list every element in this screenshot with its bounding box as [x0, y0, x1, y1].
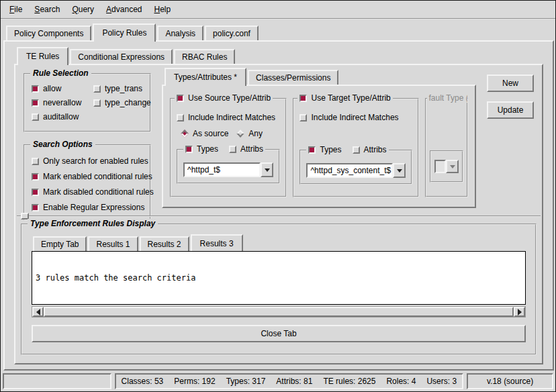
tab-empty[interactable]: Empty Tab	[33, 236, 87, 251]
menu-query[interactable]: Query	[66, 1, 100, 17]
radio-label: Any	[248, 129, 263, 138]
stat-classes: Classes: 53	[122, 377, 164, 386]
scroll-right-button[interactable]	[514, 307, 525, 317]
tab-results-1[interactable]: Results 1	[88, 236, 138, 251]
search-options-list: Only search for enabled rules Mark enabl…	[32, 156, 147, 212]
tab-types-attributes[interactable]: Types/Attributes *	[165, 68, 246, 86]
radio-any[interactable]: Any	[236, 129, 263, 138]
update-button[interactable]: Update	[487, 101, 534, 119]
checkbox-indicator-icon	[32, 173, 39, 181]
radio-indicator-icon	[181, 130, 188, 137]
checkbox-indicator-icon	[299, 114, 307, 121]
chevron-down-icon	[265, 168, 270, 175]
default-type-section: fault Type (Disa	[425, 98, 468, 197]
stat-attribs: Attribs: 81	[276, 377, 312, 386]
source-kind-frame: Types Attribs ^httpd_t$	[177, 149, 280, 184]
radio-label: As source	[193, 129, 228, 138]
stat-te-rules: TE rules: 2625	[323, 377, 375, 386]
checkbox-label: auditallow	[43, 112, 79, 121]
rule-selection-grid: allow type_trans neverallow	[32, 84, 147, 121]
left-column: Rule Selection allow type_trans	[24, 73, 151, 220]
tab-analysis[interactable]: Analysis	[157, 26, 203, 40]
action-buttons: New Update	[487, 75, 534, 128]
checkbox-indicator-icon	[32, 189, 39, 196]
checkbox-use-source-type[interactable]: Use Source Type/Attrib	[175, 93, 273, 103]
stat-perms: Perms: 192	[174, 377, 215, 386]
checkbox-label: Types	[197, 144, 218, 154]
default-type-title: fault Type (Disa	[427, 93, 467, 103]
tab-rbac-rules[interactable]: RBAC Rules	[174, 49, 235, 64]
tab-policy-components[interactable]: Policy Components	[6, 26, 91, 40]
checkbox-neverallow[interactable]: neverallow	[32, 98, 93, 107]
search-options-group: Search Options Only search for enabled r…	[24, 144, 151, 220]
rule-selection-title: Rule Selection	[30, 68, 91, 78]
scroll-left-button[interactable]	[32, 307, 44, 317]
scroll-right-icon	[518, 309, 525, 315]
menu-search[interactable]: Search	[28, 1, 66, 17]
checkbox-type-change[interactable]: type_change	[93, 98, 151, 107]
checkbox-mark-enabled-conditional[interactable]: Mark enabled conditional rules	[32, 172, 147, 181]
tab-results-2[interactable]: Results 2	[140, 236, 189, 251]
tab-policy-rules[interactable]: Policy Rules	[93, 23, 156, 42]
checkbox-target-types[interactable]: Types	[308, 145, 341, 154]
rules-display-title: Type Enforcement Rules Display	[28, 219, 158, 228]
checkbox-auditallow[interactable]: auditallow	[32, 112, 93, 121]
source-type-combobox: ^httpd_t$	[183, 162, 273, 177]
checkbox-indicator-icon	[177, 95, 184, 102]
te-notebook: TE Rules Conditional Expressions RBAC Ru…	[14, 47, 543, 364]
statusbar: Classes: 53 Perms: 192 Types: 317 Attrib…	[3, 373, 553, 389]
scrollbar-thumb[interactable]	[44, 307, 514, 317]
source-type-dropdown-button[interactable]	[261, 162, 273, 177]
radio-indicator-icon	[237, 130, 244, 137]
new-button[interactable]: New	[487, 75, 534, 92]
tab-conditional-expressions[interactable]: Conditional Expressions	[70, 49, 173, 64]
checkbox-label: Attribs	[364, 145, 387, 154]
checkbox-source-indirect[interactable]: Include Indirect Matches	[177, 113, 280, 122]
results-text-area[interactable]: 3 rules match the search criteria (5822)…	[32, 251, 526, 305]
checkbox-label: Include Indirect Matches	[311, 113, 398, 122]
tab-te-rules[interactable]: TE Rules	[17, 47, 68, 65]
target-kind-frame: Types Attribs ^httpd_sys_content_t	[299, 150, 412, 185]
checkbox-only-enabled-rules[interactable]: Only search for enabled rules	[32, 156, 147, 166]
checkbox-indicator-icon	[308, 146, 316, 154]
radio-as-source[interactable]: As source	[181, 129, 228, 138]
checkbox-target-indirect[interactable]: Include Indirect Matches	[299, 113, 412, 122]
checkbox-source-types[interactable]: Types	[185, 144, 218, 154]
status-stats-cell: Classes: 53 Perms: 192 Types: 317 Attrib…	[115, 373, 464, 389]
status-left-cell	[3, 373, 111, 389]
checkbox-allow[interactable]: allow	[32, 84, 93, 93]
tab-results-3[interactable]: Results 3	[191, 234, 243, 252]
source-kind-row: Types Attribs	[183, 144, 265, 154]
checkbox-mark-disabled-conditional[interactable]: Mark disabled conditional rules	[32, 187, 147, 197]
horizontal-scrollbar[interactable]	[32, 306, 526, 317]
source-type-input[interactable]: ^httpd_t$	[183, 162, 261, 177]
menu-advanced[interactable]: Advanced	[100, 1, 148, 17]
target-type-input[interactable]: ^httpd_sys_content_t$	[306, 163, 393, 178]
checkbox-label: Use Target Type/Attrib	[311, 93, 390, 103]
target-type-section: Use Target Type/Attrib Include Indirect …	[293, 98, 419, 197]
menu-file[interactable]: File	[3, 1, 28, 17]
tab-classes-permissions[interactable]: Classes/Permissions	[248, 70, 338, 85]
tab-policy-conf[interactable]: policy.conf	[205, 26, 259, 40]
default-type-dropdown-button	[446, 160, 459, 173]
checkbox-label: allow	[43, 84, 61, 93]
checkbox-label: Use Source Type/Attrib	[188, 93, 271, 103]
checkbox-label: type_trans	[105, 84, 142, 93]
checkbox-type-trans[interactable]: type_trans	[93, 84, 151, 93]
checkbox-enable-regex[interactable]: Enable Regular Expressions	[32, 203, 147, 212]
checkbox-label: Mark enabled conditional rules	[43, 172, 152, 181]
close-tab-button[interactable]: Close Tab	[32, 325, 526, 342]
stat-types: Types: 317	[226, 377, 266, 386]
checkbox-use-target-type[interactable]: Use Target Type/Attrib	[297, 93, 392, 103]
types-attributes-panel: Use Source Type/Attrib Include Indirect …	[162, 85, 476, 208]
checkbox-target-attribs[interactable]: Attribs	[353, 145, 387, 154]
checkbox-label: Mark disabled conditional rules	[43, 187, 154, 197]
rules-display-group: Type Enforcement Rules Display Empty Tab…	[21, 224, 537, 355]
main-tabrow: Policy Components Policy Rules Analysis …	[3, 23, 554, 40]
source-type-section: Use Source Type/Attrib Include Indirect …	[170, 98, 287, 197]
te-tabrow: TE Rules Conditional Expressions RBAC Ru…	[14, 47, 543, 64]
checkbox-source-attribs[interactable]: Attribs	[229, 144, 263, 154]
target-type-dropdown-button[interactable]	[393, 163, 406, 178]
te-rules-panel: Rule Selection allow type_trans	[14, 64, 543, 364]
menu-help[interactable]: Help	[148, 1, 177, 17]
